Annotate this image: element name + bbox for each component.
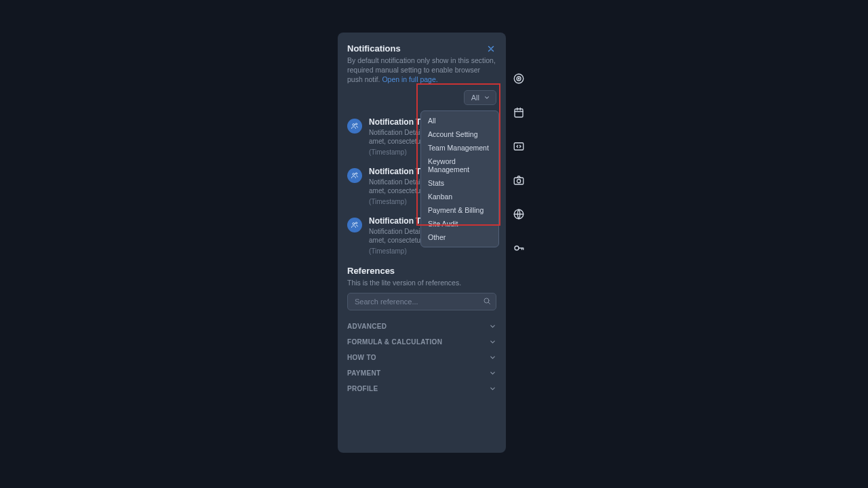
filter-label: All <box>471 94 479 102</box>
references-description: This is the lite version of references. <box>347 278 496 287</box>
avatar <box>347 218 362 232</box>
reference-category[interactable]: HOW TO <box>347 350 496 365</box>
svg-rect-12 <box>514 178 524 184</box>
side-panel: Notifications By default notification on… <box>338 33 506 453</box>
reference-category[interactable]: FORMULA & CALCULATION <box>347 334 496 350</box>
dropdown-item[interactable]: All <box>421 114 498 127</box>
svg-point-3 <box>355 172 357 174</box>
svg-point-8 <box>517 77 521 81</box>
svg-point-1 <box>355 123 357 124</box>
notifications-heading: Notifications <box>347 43 496 54</box>
close-button[interactable] <box>484 42 498 56</box>
globe-button[interactable] <box>509 205 528 224</box>
key-icon <box>513 242 525 254</box>
dropdown-item[interactable]: Team Management <box>421 141 498 155</box>
chevron-down-icon <box>489 369 496 377</box>
svg-rect-10 <box>515 109 523 117</box>
chevron-down-icon <box>484 94 490 101</box>
reference-category-label: ADVANCED <box>347 323 387 330</box>
filter-button[interactable]: All <box>464 90 496 105</box>
svg-point-2 <box>353 173 355 175</box>
notifications-description: By default notification only show in thi… <box>347 56 496 85</box>
svg-point-13 <box>517 180 520 183</box>
target-icon <box>513 73 525 85</box>
dropdown-item[interactable]: Payment & Billing <box>421 203 498 217</box>
code-icon <box>513 140 525 152</box>
svg-rect-11 <box>514 143 524 150</box>
chevron-down-icon <box>489 338 496 346</box>
reference-category[interactable]: PROFILE <box>347 381 496 396</box>
chevron-down-icon <box>489 354 496 361</box>
filter-row: All AllAccount SettingTeam ManagementKey… <box>347 90 496 105</box>
references-heading: References <box>347 266 496 276</box>
notification-timestamp: (Timestamp) <box>369 247 496 255</box>
target-button[interactable] <box>509 69 528 88</box>
reference-categories: ADVANCED FORMULA & CALCULATION HOW TO PA… <box>347 319 496 396</box>
user-icon <box>351 171 359 180</box>
svg-point-0 <box>353 123 355 125</box>
camera-icon <box>513 174 525 186</box>
calendar-button[interactable] <box>509 103 528 122</box>
key-button[interactable] <box>509 239 528 258</box>
dropdown-item[interactable]: Account Setting <box>421 127 498 141</box>
chevron-down-icon <box>489 385 496 392</box>
user-icon <box>351 122 359 130</box>
dropdown-item[interactable]: Stats <box>421 176 498 190</box>
reference-category-label: FORMULA & CALCULATION <box>347 338 442 346</box>
reference-category[interactable]: ADVANCED <box>347 319 496 334</box>
close-icon <box>486 44 496 54</box>
open-full-page-link[interactable]: Open in full page. <box>382 75 437 83</box>
icon-rail <box>507 33 530 258</box>
reference-category-label: HOW TO <box>347 354 376 361</box>
globe-icon <box>513 208 525 220</box>
avatar <box>347 168 362 183</box>
calendar-icon <box>513 106 525 119</box>
svg-point-4 <box>353 222 355 224</box>
user-icon <box>351 221 359 229</box>
reference-category-label: PAYMENT <box>347 369 380 377</box>
reference-category-label: PROFILE <box>347 385 378 392</box>
search-input[interactable] <box>347 293 496 310</box>
dropdown-item[interactable]: Keyword Management <box>421 155 498 176</box>
reference-category[interactable]: PAYMENT <box>347 365 496 381</box>
dropdown-item[interactable]: Kanban <box>421 190 498 203</box>
dropdown-item[interactable]: Site Audit <box>421 217 498 230</box>
camera-button[interactable] <box>509 171 528 190</box>
svg-point-9 <box>518 78 519 79</box>
code-button[interactable] <box>509 137 528 156</box>
filter-dropdown: AllAccount SettingTeam ManagementKeyword… <box>420 110 499 247</box>
svg-point-7 <box>514 74 524 83</box>
avatar <box>347 119 362 134</box>
dropdown-item[interactable]: Other <box>421 230 498 244</box>
svg-point-15 <box>515 246 519 250</box>
chevron-down-icon <box>489 323 496 330</box>
svg-point-5 <box>355 222 357 223</box>
